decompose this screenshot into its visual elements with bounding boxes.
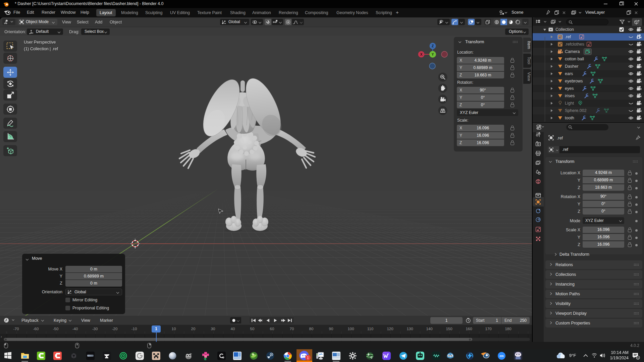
svg-text:Y: Y: [432, 53, 434, 56]
svg-text:Z: Z: [432, 44, 434, 48]
svg-text:X: X: [420, 53, 423, 56]
svg-text:zm: zm: [499, 354, 504, 358]
svg-text:5: 5: [637, 356, 639, 359]
